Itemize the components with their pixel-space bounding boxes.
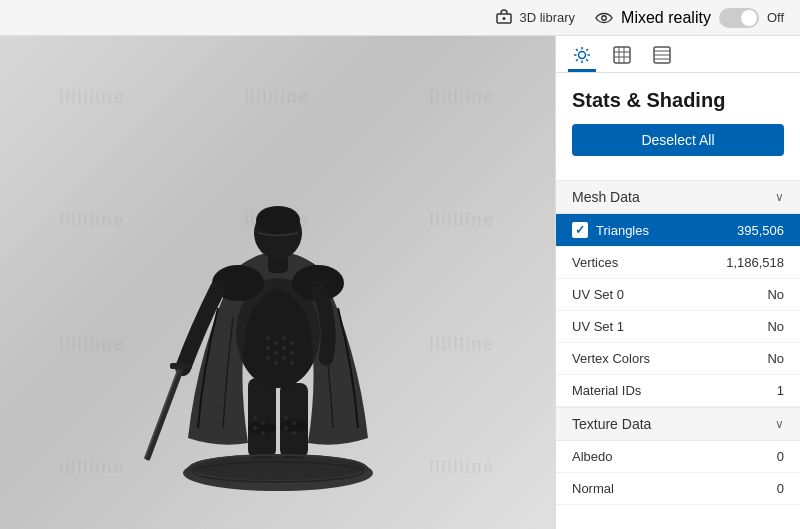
row-left: ✓ Triangles [572, 222, 649, 238]
svg-point-32 [253, 426, 257, 430]
tab-stats[interactable] [608, 44, 636, 72]
svg-point-29 [290, 361, 294, 365]
svg-point-1 [503, 17, 506, 20]
svg-point-14 [256, 206, 300, 234]
albedo-value: 0 [777, 449, 784, 464]
svg-point-23 [274, 351, 278, 355]
normal-row: Normal 0 [556, 473, 800, 505]
texture-data-section-header[interactable]: Texture Data ∨ [556, 407, 800, 441]
3d-model [138, 68, 418, 498]
svg-point-26 [266, 356, 270, 360]
svg-line-47 [586, 49, 588, 51]
svg-point-2 [602, 15, 607, 20]
svg-rect-49 [614, 47, 630, 63]
uv-set-0-label: UV Set 0 [572, 287, 624, 302]
normal-label: Normal [572, 481, 614, 496]
triangles-checkbox[interactable]: ✓ [572, 222, 588, 238]
svg-rect-5 [248, 378, 276, 458]
uv-set-0-value: No [767, 287, 784, 302]
svg-line-45 [576, 49, 578, 51]
main-content: lllllline lllllline lllllline lllllline … [0, 36, 800, 529]
svg-line-15 [148, 370, 181, 458]
svg-point-19 [274, 341, 278, 345]
mixed-reality-toggle[interactable] [719, 8, 759, 28]
svg-point-22 [266, 346, 270, 350]
topbar: 3D library Mixed reality Off [0, 0, 800, 36]
mixed-reality-label: Mixed reality [621, 9, 711, 27]
chevron-down-icon: ∨ [775, 190, 784, 204]
svg-point-33 [261, 431, 265, 435]
vertices-value: 1,186,518 [726, 255, 784, 270]
svg-point-18 [266, 336, 270, 340]
panel-title: Stats & Shading [572, 89, 784, 112]
svg-line-48 [576, 59, 578, 61]
mixed-reality-icon [595, 9, 613, 27]
svg-line-46 [586, 59, 588, 61]
svg-point-28 [282, 356, 286, 360]
right-panel: Stats & Shading Deselect All Mesh Data ∨… [555, 36, 800, 529]
3d-library-icon [495, 9, 513, 27]
3d-library-button[interactable]: 3D library [495, 9, 575, 27]
deselect-all-button[interactable]: Deselect All [572, 124, 784, 156]
svg-point-20 [282, 336, 286, 340]
texture-data-label: Texture Data [572, 416, 651, 432]
uv-set-1-value: No [767, 319, 784, 334]
vertices-label: Vertices [572, 255, 618, 270]
mesh-data-section-header[interactable]: Mesh Data ∨ [556, 180, 800, 214]
panel-tabs [556, 36, 800, 73]
albedo-label: Albedo [572, 449, 612, 464]
vertex-colors-row: Vertex Colors No [556, 343, 800, 375]
triangles-label: Triangles [596, 223, 649, 238]
material-ids-value: 1 [777, 383, 784, 398]
tab-sun[interactable] [568, 44, 596, 72]
svg-point-34 [284, 416, 288, 420]
mesh-data-label: Mesh Data [572, 189, 640, 205]
vertex-colors-value: No [767, 351, 784, 366]
svg-point-35 [292, 421, 296, 425]
viewport[interactable]: lllllline lllllline lllllline lllllline … [0, 36, 555, 529]
mixed-reality-section: Mixed reality Off [595, 8, 784, 28]
material-ids-label: Material IDs [572, 383, 641, 398]
3d-library-label: 3D library [519, 10, 575, 25]
svg-point-37 [292, 431, 296, 435]
svg-rect-17 [170, 363, 192, 369]
off-label: Off [767, 10, 784, 25]
uv-set-1-row: UV Set 1 No [556, 311, 800, 343]
svg-point-30 [253, 416, 257, 420]
toggle-knob [741, 10, 757, 26]
svg-point-36 [284, 426, 288, 430]
albedo-row: Albedo 0 [556, 441, 800, 473]
uv-set-1-label: UV Set 1 [572, 319, 624, 334]
tab-material[interactable] [648, 44, 676, 72]
svg-point-25 [290, 351, 294, 355]
svg-point-40 [579, 51, 586, 58]
triangles-value: 395,506 [737, 223, 784, 238]
normal-value: 0 [777, 481, 784, 496]
chevron-down-texture-icon: ∨ [775, 417, 784, 431]
vertex-colors-label: Vertex Colors [572, 351, 650, 366]
svg-line-16 [145, 370, 178, 458]
panel-body: Stats & Shading Deselect All [556, 73, 800, 180]
vertices-row: Vertices 1,186,518 [556, 247, 800, 279]
material-ids-row: Material IDs 1 [556, 375, 800, 407]
svg-point-31 [261, 421, 265, 425]
uv-set-0-row: UV Set 0 No [556, 279, 800, 311]
svg-point-21 [290, 341, 294, 345]
svg-point-27 [274, 361, 278, 365]
svg-point-24 [282, 346, 286, 350]
triangles-row[interactable]: ✓ Triangles 395,506 [556, 214, 800, 247]
